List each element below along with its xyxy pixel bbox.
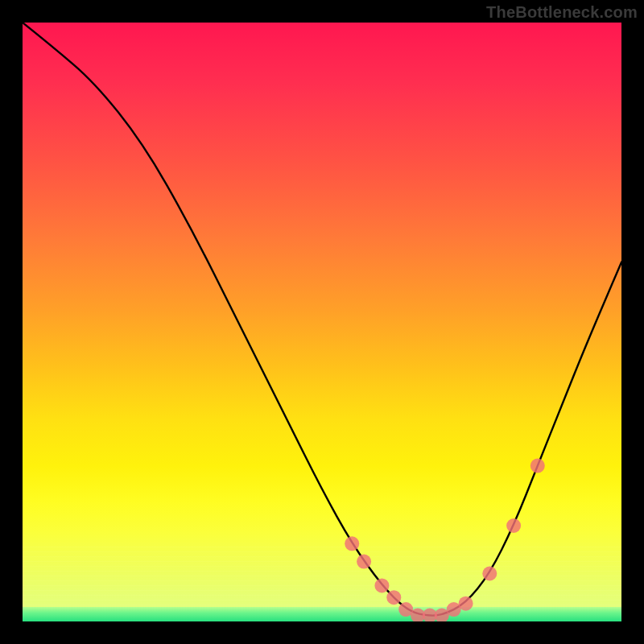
highlight-dots-group xyxy=(345,459,545,621)
curve-layer xyxy=(23,23,621,621)
green-bottom-band xyxy=(23,607,621,621)
plot-area xyxy=(23,23,621,621)
highlight-dot xyxy=(482,567,497,581)
gradient-striations xyxy=(23,543,621,607)
chart-frame: TheBottleneck.com xyxy=(0,0,644,644)
highlight-dot xyxy=(386,590,401,605)
highlight-dot xyxy=(357,555,371,569)
highlight-dot xyxy=(506,518,521,533)
highlight-dot xyxy=(374,578,389,592)
watermark-label: TheBottleneck.com xyxy=(486,3,638,22)
highlight-dot xyxy=(530,459,545,473)
bottleneck-curve-path xyxy=(23,23,621,616)
highlight-dot xyxy=(345,536,359,551)
